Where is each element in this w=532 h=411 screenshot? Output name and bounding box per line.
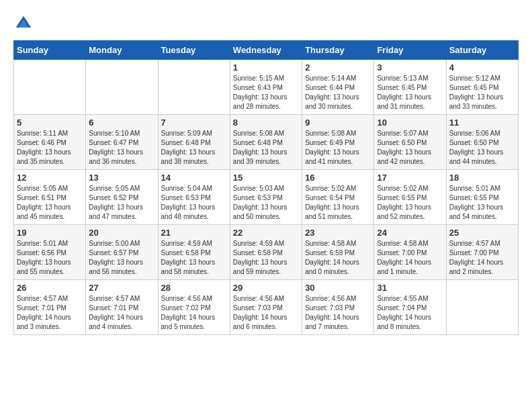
day-detail: Sunrise: 4:57 AM Sunset: 7:01 PM Dayligh… xyxy=(89,294,154,332)
calendar-day-cell: 13Sunrise: 5:05 AM Sunset: 6:52 PM Dayli… xyxy=(86,170,158,225)
day-detail: Sunrise: 5:02 AM Sunset: 6:55 PM Dayligh… xyxy=(377,184,443,222)
day-detail: Sunrise: 5:14 AM Sunset: 6:44 PM Dayligh… xyxy=(305,74,371,111)
day-of-week-header: Monday xyxy=(86,41,158,60)
day-detail: Sunrise: 5:03 AM Sunset: 6:53 PM Dayligh… xyxy=(233,184,299,222)
day-detail: Sunrise: 5:05 AM Sunset: 6:51 PM Dayligh… xyxy=(17,184,83,222)
day-detail: Sunrise: 5:08 AM Sunset: 6:48 PM Dayligh… xyxy=(233,129,299,167)
day-number: 31 xyxy=(377,283,443,293)
day-number: 6 xyxy=(89,118,154,128)
calendar-day-cell: 2Sunrise: 5:14 AM Sunset: 6:44 PM Daylig… xyxy=(302,60,374,115)
day-of-week-header: Sunday xyxy=(14,41,86,60)
day-number: 15 xyxy=(233,173,299,183)
day-number: 26 xyxy=(17,283,83,293)
calendar-day-cell: 11Sunrise: 5:06 AM Sunset: 6:50 PM Dayli… xyxy=(446,115,518,170)
logo xyxy=(13,13,36,34)
day-number: 28 xyxy=(161,283,227,293)
calendar-day-cell: 29Sunrise: 4:56 AM Sunset: 7:03 PM Dayli… xyxy=(230,280,302,335)
calendar-day-cell: 22Sunrise: 4:59 AM Sunset: 6:58 PM Dayli… xyxy=(230,225,302,280)
calendar-day-cell: 25Sunrise: 4:57 AM Sunset: 7:00 PM Dayli… xyxy=(446,225,518,280)
day-detail: Sunrise: 5:01 AM Sunset: 6:55 PM Dayligh… xyxy=(449,184,515,222)
day-detail: Sunrise: 4:57 AM Sunset: 7:01 PM Dayligh… xyxy=(17,294,83,332)
day-detail: Sunrise: 4:55 AM Sunset: 7:04 PM Dayligh… xyxy=(377,294,443,332)
calendar-week-row: 1Sunrise: 5:15 AM Sunset: 6:43 PM Daylig… xyxy=(14,60,519,115)
day-number: 18 xyxy=(449,173,515,183)
day-number: 12 xyxy=(17,173,83,183)
calendar-day-cell: 24Sunrise: 4:58 AM Sunset: 7:00 PM Dayli… xyxy=(374,225,446,280)
day-detail: Sunrise: 5:06 AM Sunset: 6:50 PM Dayligh… xyxy=(449,129,515,167)
day-number: 10 xyxy=(377,118,443,128)
day-number: 17 xyxy=(377,173,443,183)
calendar-day-cell: 5Sunrise: 5:11 AM Sunset: 6:46 PM Daylig… xyxy=(14,115,86,170)
calendar-week-row: 19Sunrise: 5:01 AM Sunset: 6:56 PM Dayli… xyxy=(14,225,519,280)
calendar-day-cell: 6Sunrise: 5:10 AM Sunset: 6:47 PM Daylig… xyxy=(86,115,158,170)
day-number: 29 xyxy=(233,283,299,293)
calendar-day-cell: 7Sunrise: 5:09 AM Sunset: 6:48 PM Daylig… xyxy=(158,115,230,170)
day-number: 19 xyxy=(17,228,83,238)
day-detail: Sunrise: 5:04 AM Sunset: 6:53 PM Dayligh… xyxy=(161,184,227,222)
day-number: 5 xyxy=(17,118,83,128)
day-number: 16 xyxy=(305,173,371,183)
calendar-day-cell: 14Sunrise: 5:04 AM Sunset: 6:53 PM Dayli… xyxy=(158,170,230,225)
day-detail: Sunrise: 5:13 AM Sunset: 6:45 PM Dayligh… xyxy=(377,74,443,111)
calendar-day-cell: 9Sunrise: 5:08 AM Sunset: 6:49 PM Daylig… xyxy=(302,115,374,170)
day-detail: Sunrise: 4:59 AM Sunset: 6:58 PM Dayligh… xyxy=(161,239,227,277)
calendar-day-cell: 23Sunrise: 4:58 AM Sunset: 6:59 PM Dayli… xyxy=(302,225,374,280)
day-number: 21 xyxy=(161,228,227,238)
day-number: 22 xyxy=(233,228,299,238)
day-detail: Sunrise: 5:12 AM Sunset: 6:45 PM Dayligh… xyxy=(449,74,515,111)
calendar-day-cell: 20Sunrise: 5:00 AM Sunset: 6:57 PM Dayli… xyxy=(86,225,158,280)
days-of-week-row: SundayMondayTuesdayWednesdayThursdayFrid… xyxy=(14,41,519,60)
calendar-day-cell: 27Sunrise: 4:57 AM Sunset: 7:01 PM Dayli… xyxy=(86,280,158,335)
calendar-day-cell: 4Sunrise: 5:12 AM Sunset: 6:45 PM Daylig… xyxy=(446,60,518,115)
calendar-day-cell: 10Sunrise: 5:07 AM Sunset: 6:50 PM Dayli… xyxy=(374,115,446,170)
day-number: 7 xyxy=(161,118,227,128)
day-number: 13 xyxy=(89,173,154,183)
day-number: 4 xyxy=(449,62,515,73)
page-header xyxy=(13,13,519,34)
day-detail: Sunrise: 4:58 AM Sunset: 7:00 PM Dayligh… xyxy=(377,239,443,277)
calendar-day-cell: 28Sunrise: 4:56 AM Sunset: 7:02 PM Dayli… xyxy=(158,280,230,335)
calendar-body: 1Sunrise: 5:15 AM Sunset: 6:43 PM Daylig… xyxy=(14,60,519,335)
day-detail: Sunrise: 4:58 AM Sunset: 6:59 PM Dayligh… xyxy=(305,239,371,277)
calendar-day-cell: 1Sunrise: 5:15 AM Sunset: 6:43 PM Daylig… xyxy=(230,60,302,115)
day-detail: Sunrise: 4:56 AM Sunset: 7:02 PM Dayligh… xyxy=(161,294,227,332)
day-detail: Sunrise: 5:09 AM Sunset: 6:48 PM Dayligh… xyxy=(161,129,227,167)
calendar-day-cell: 12Sunrise: 5:05 AM Sunset: 6:51 PM Dayli… xyxy=(14,170,86,225)
day-of-week-header: Saturday xyxy=(446,41,518,60)
calendar-day-cell: 31Sunrise: 4:55 AM Sunset: 7:04 PM Dayli… xyxy=(374,280,446,335)
day-of-week-header: Friday xyxy=(374,41,446,60)
day-number: 1 xyxy=(233,62,299,73)
calendar-day-cell xyxy=(446,280,518,335)
day-number: 30 xyxy=(305,283,371,293)
calendar-day-cell: 26Sunrise: 4:57 AM Sunset: 7:01 PM Dayli… xyxy=(14,280,86,335)
day-detail: Sunrise: 4:59 AM Sunset: 6:58 PM Dayligh… xyxy=(233,239,299,277)
calendar-day-cell: 21Sunrise: 4:59 AM Sunset: 6:58 PM Dayli… xyxy=(158,225,230,280)
calendar-day-cell: 19Sunrise: 5:01 AM Sunset: 6:56 PM Dayli… xyxy=(14,225,86,280)
calendar-day-cell xyxy=(158,60,230,115)
calendar-day-cell: 18Sunrise: 5:01 AM Sunset: 6:55 PM Dayli… xyxy=(446,170,518,225)
day-of-week-header: Tuesday xyxy=(158,41,230,60)
day-number: 20 xyxy=(89,228,154,238)
day-number: 24 xyxy=(377,228,443,238)
calendar-day-cell: 30Sunrise: 4:56 AM Sunset: 7:03 PM Dayli… xyxy=(302,280,374,335)
day-detail: Sunrise: 5:10 AM Sunset: 6:47 PM Dayligh… xyxy=(89,129,154,167)
day-of-week-header: Thursday xyxy=(302,41,374,60)
day-detail: Sunrise: 5:05 AM Sunset: 6:52 PM Dayligh… xyxy=(89,184,154,222)
day-detail: Sunrise: 5:07 AM Sunset: 6:50 PM Dayligh… xyxy=(377,129,443,167)
logo-icon xyxy=(13,13,34,34)
day-number: 9 xyxy=(305,118,371,128)
day-detail: Sunrise: 4:56 AM Sunset: 7:03 PM Dayligh… xyxy=(233,294,299,332)
day-detail: Sunrise: 5:15 AM Sunset: 6:43 PM Dayligh… xyxy=(233,74,299,111)
day-number: 25 xyxy=(449,228,515,238)
day-number: 2 xyxy=(305,62,371,73)
day-number: 8 xyxy=(233,118,299,128)
day-detail: Sunrise: 5:00 AM Sunset: 6:57 PM Dayligh… xyxy=(89,239,154,277)
calendar-day-cell: 16Sunrise: 5:02 AM Sunset: 6:54 PM Dayli… xyxy=(302,170,374,225)
day-detail: Sunrise: 4:56 AM Sunset: 7:03 PM Dayligh… xyxy=(305,294,371,332)
day-number: 3 xyxy=(377,62,443,73)
calendar-day-cell xyxy=(86,60,158,115)
calendar-day-cell: 8Sunrise: 5:08 AM Sunset: 6:48 PM Daylig… xyxy=(230,115,302,170)
day-detail: Sunrise: 5:01 AM Sunset: 6:56 PM Dayligh… xyxy=(17,239,83,277)
calendar-header: SundayMondayTuesdayWednesdayThursdayFrid… xyxy=(14,41,519,60)
calendar-table: SundayMondayTuesdayWednesdayThursdayFrid… xyxy=(13,40,519,335)
